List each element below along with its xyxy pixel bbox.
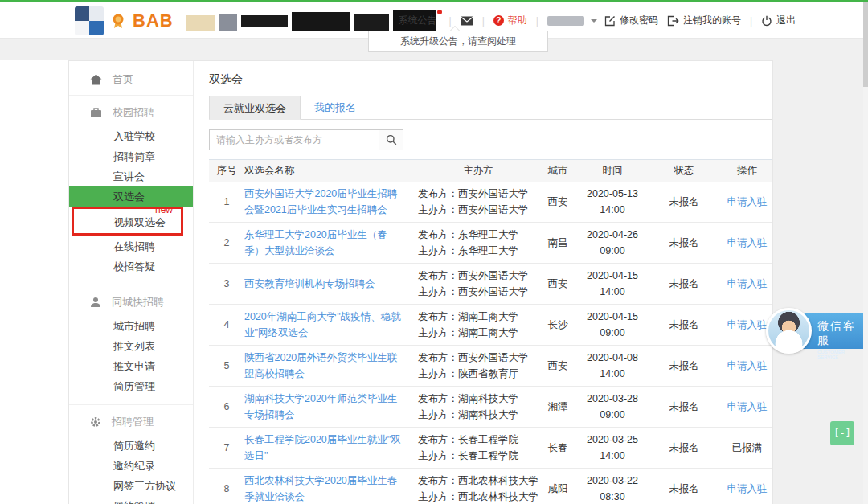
cell-fair-name: 西安教育培训机构专场招聘会	[244, 276, 418, 292]
minimize-button[interactable]: [-]	[830, 421, 854, 445]
time-line: 2020-03-28	[577, 391, 648, 407]
user-menu[interactable]	[547, 16, 584, 26]
apply-link[interactable]: 申请入驻	[727, 196, 768, 207]
organizer-line: 主办方：东华理工大学	[418, 243, 538, 259]
logo-quadrant	[89, 6, 104, 21]
change-password-link[interactable]: 修改密码	[604, 14, 658, 27]
sidebar-item[interactable]: 履约管理	[69, 496, 193, 504]
apply-link[interactable]: 申请入驻	[727, 401, 768, 412]
cell-fair-name: 陕西省2020届外语外贸类毕业生联盟高校招聘会	[244, 350, 418, 382]
sidebar-item[interactable]: 在线招聘	[69, 236, 193, 256]
time-line: 2020-03-22	[577, 473, 648, 489]
gear-icon	[90, 416, 101, 428]
sidebar-item[interactable]: 简历管理	[69, 376, 193, 396]
cell-index: 4	[209, 319, 244, 330]
logout-account-link[interactable]: 注销我的账号	[667, 14, 741, 27]
wechat-service-title: 微信客服	[817, 319, 868, 348]
cell-status: 未报名	[648, 318, 720, 332]
exit-link[interactable]: 退出	[761, 14, 796, 27]
time-line: 14:00	[577, 202, 648, 218]
fair-name-link[interactable]: 长春工程学院2020届毕业生就业"双选日"	[244, 434, 401, 461]
time-line: 2020-05-13	[577, 186, 648, 202]
logout-account-label: 注销我的账号	[683, 14, 741, 27]
time-line: 09:00	[577, 407, 648, 423]
fair-name-link[interactable]: 陕西省2020届外语外贸类毕业生联盟高校招聘会	[244, 352, 397, 379]
organizer-line: 主办方：西北农林科技大学	[418, 489, 538, 504]
nav-separator: |	[750, 15, 752, 27]
time-line: 2020-04-26	[577, 227, 648, 243]
cell-organizer: 发布方：湖南科技大学主办方：湖南科技大学	[418, 391, 538, 423]
cell-action: 申请入驻	[720, 277, 773, 291]
search-input[interactable]	[209, 129, 379, 150]
announcement-tooltip[interactable]: 系统升级公告，请查阅处理	[368, 31, 548, 52]
apply-link[interactable]: 申请入驻	[727, 278, 768, 289]
envelope-icon	[461, 16, 473, 26]
notification-dot	[437, 10, 442, 14]
cell-city: 西安	[538, 359, 577, 373]
sidebar-item[interactable]: 视频双选会new	[69, 212, 193, 232]
sidebar-item[interactable]: 网签三方协议	[69, 476, 193, 496]
cell-fair-name: 东华理工大学2020届毕业生（春季）大型就业洽谈会	[244, 227, 418, 259]
scrollbar-thumb[interactable]	[863, 2, 868, 87]
sidebar-item[interactable]: 校招答疑	[69, 256, 193, 277]
cell-city: 长春	[538, 441, 577, 455]
announcements-link[interactable]: 系统公告	[399, 14, 440, 27]
organizer-line: 发布方：西北农林科技大学	[418, 473, 538, 489]
messages-button[interactable]	[461, 16, 473, 26]
cell-organizer: 发布方：长春工程学院主办方：长春工程学院	[418, 432, 538, 464]
search-bar	[209, 129, 773, 150]
fair-name-link[interactable]: 东华理工大学2020届毕业生（春季）大型就业洽谈会	[244, 229, 387, 256]
sidebar-item[interactable]: 推文申请	[69, 356, 193, 376]
organizer-line: 主办方：西安外国语大学	[418, 202, 538, 218]
sidebar-item[interactable]: 邀约纪录	[69, 456, 193, 476]
cell-index: 1	[209, 196, 244, 207]
column-header: 序号	[209, 164, 244, 178]
fair-name-link[interactable]: 湖南科技大学2020年师范类毕业生专场招聘会	[244, 393, 397, 420]
status-full-label: 已报满	[732, 442, 763, 453]
brand-logo	[75, 6, 104, 35]
sidebar: 首页 校园招聘入驻学校招聘简章宣讲会双选会视频双选会new在线招聘校招答疑同城快…	[69, 61, 194, 504]
sidebar-item[interactable]: 简历邀约	[69, 436, 193, 456]
wechat-service-widget[interactable]: 微信客服 CUSTOMER SERVICE	[766, 308, 868, 358]
nav-separator: |	[449, 15, 452, 27]
apply-link[interactable]: 申请入驻	[727, 319, 768, 330]
sidebar-item[interactable]: 招聘简章	[69, 146, 193, 166]
sidebar-sections: 校园招聘入驻学校招聘简章宣讲会双选会视频双选会new在线招聘校招答疑同城快招聘城…	[69, 95, 193, 504]
table-row: 5陕西省2020届外语外贸类毕业生联盟高校招聘会发布方：西安外国语大学主办方：陕…	[209, 346, 773, 387]
sidebar-item[interactable]: 双选会	[69, 186, 193, 207]
search-button[interactable]	[379, 129, 403, 150]
sidebar-item[interactable]: 入驻学校	[69, 126, 193, 146]
fair-name-link[interactable]: 西安外国语大学2020届毕业生招聘会暨2021届毕业生实习生招聘会	[244, 188, 397, 215]
cell-status: 未报名	[648, 359, 720, 373]
tab-cloud-job-fairs[interactable]: 云就业双选会	[209, 96, 301, 120]
sidebar-item-home[interactable]: 首页	[69, 64, 193, 95]
help-link[interactable]: ? 帮助	[493, 14, 527, 27]
tab-my-registrations[interactable]: 我的报名	[301, 96, 370, 120]
scrollbar[interactable]	[863, 2, 868, 504]
service-avatar	[766, 308, 812, 354]
apply-link[interactable]: 申请入驻	[727, 237, 768, 248]
cell-organizer: 发布方：西北农林科技大学主办方：西北农林科技大学	[418, 473, 538, 504]
time-line: 2020-03-25	[577, 432, 648, 448]
fair-name-link[interactable]: 西安教育培训机构专场招聘会	[244, 278, 375, 289]
nav-separator: |	[482, 15, 485, 27]
sidebar-item[interactable]: 推文列表	[69, 336, 193, 356]
table-row: 1西安外国语大学2020届毕业生招聘会暨2021届毕业生实习生招聘会发布方：西安…	[209, 182, 773, 223]
cell-action: 已报满	[720, 441, 773, 455]
apply-link[interactable]: 申请入驻	[727, 360, 768, 371]
sidebar-item[interactable]: 城市招聘	[69, 316, 193, 336]
cell-organizer: 发布方：东华理工大学主办方：东华理工大学	[418, 227, 538, 259]
cell-action: 申请入驻	[720, 195, 773, 209]
time-line: 2020-04-15	[577, 268, 648, 284]
cell-organizer: 发布方：西安外国语大学主办方：陕西省教育厅	[418, 350, 538, 382]
fair-name-link[interactable]: 2020年湖南工商大学"战疫情、稳就业"网络双选会	[244, 311, 401, 338]
cell-time: 2020-04-1509:00	[577, 309, 648, 341]
organizer-line: 发布方：西安外国语大学	[418, 268, 538, 284]
cell-action: 申请入驻	[720, 400, 773, 414]
fair-name-link[interactable]: 西北农林科技大学2020届毕业生春季就业洽谈会	[244, 475, 397, 502]
apply-link[interactable]: 申请入驻	[727, 483, 768, 494]
sidebar-item[interactable]: 宣讲会	[69, 166, 193, 186]
time-line: 09:00	[577, 243, 648, 259]
cell-index: 2	[209, 237, 244, 248]
briefcase-icon	[90, 107, 102, 118]
